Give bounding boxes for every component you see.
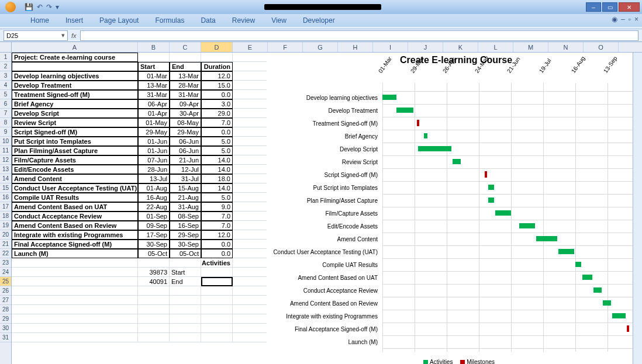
cell[interactable] xyxy=(233,305,268,314)
cell[interactable]: 12-Jul xyxy=(170,165,201,174)
cell[interactable]: 7.0 xyxy=(201,221,233,230)
tab-home[interactable]: Home xyxy=(22,14,57,27)
cell[interactable] xyxy=(138,258,170,268)
cell[interactable] xyxy=(201,53,233,62)
close-button[interactable]: ✕ xyxy=(619,2,640,12)
cell[interactable]: 01-Aug xyxy=(138,183,170,193)
cell[interactable]: 05-Oct xyxy=(138,249,170,258)
row-header-13[interactable]: 13 xyxy=(0,165,11,174)
row-header-21[interactable]: 21 xyxy=(0,240,11,249)
cell[interactable]: 12.0 xyxy=(201,71,233,81)
cell[interactable]: Amend Content xyxy=(12,174,138,183)
cell[interactable]: Put Script into Templates xyxy=(12,137,138,146)
formula-bar[interactable] xyxy=(80,30,638,41)
cell[interactable]: 14.0 xyxy=(201,155,233,165)
row-header-28[interactable]: 28 xyxy=(0,305,11,314)
cell[interactable]: 06-Jun xyxy=(170,137,201,146)
cell[interactable]: 31-Jul xyxy=(170,174,201,183)
row-header-18[interactable]: 18 xyxy=(0,212,11,221)
vertical-scrollbar[interactable] xyxy=(633,53,642,364)
cell[interactable] xyxy=(170,305,201,314)
row-header-2[interactable]: 2 xyxy=(0,62,11,71)
maximize-button[interactable]: ▭ xyxy=(602,2,617,12)
cell[interactable] xyxy=(233,165,268,174)
cell[interactable]: 29-May xyxy=(170,127,201,137)
cell[interactable]: 30-Apr xyxy=(170,109,201,118)
tab-insert[interactable]: Insert xyxy=(57,14,91,27)
cell[interactable] xyxy=(233,333,268,342)
cell[interactable] xyxy=(12,333,138,342)
cell[interactable] xyxy=(12,296,138,305)
row-header-19[interactable]: 19 xyxy=(0,221,11,230)
cell[interactable] xyxy=(138,296,170,305)
cell[interactable]: Brief Agency xyxy=(12,99,138,109)
cell[interactable]: 0.0 xyxy=(201,249,233,258)
cell[interactable] xyxy=(138,305,170,314)
col-header-K[interactable]: K xyxy=(443,42,478,52)
cell[interactable] xyxy=(233,71,268,81)
cell[interactable]: 9.0 xyxy=(201,202,233,212)
cell[interactable] xyxy=(233,127,268,137)
col-header-H[interactable]: H xyxy=(338,42,373,52)
cell[interactable] xyxy=(233,212,268,221)
cell[interactable] xyxy=(138,333,170,342)
cell[interactable]: Compile UAT Results xyxy=(12,193,138,202)
cell[interactable] xyxy=(170,286,201,296)
col-header-N[interactable]: N xyxy=(548,42,584,52)
row-header-23[interactable]: 23 xyxy=(0,258,11,268)
help-icon[interactable]: ◉ xyxy=(612,15,617,23)
cell[interactable] xyxy=(233,99,268,109)
cell[interactable] xyxy=(233,118,268,127)
tab-review[interactable]: Review xyxy=(224,14,263,27)
cell[interactable]: 3.0 xyxy=(201,99,233,109)
cell[interactable]: 16-Sep xyxy=(170,221,201,230)
cell[interactable]: 31-Aug xyxy=(170,202,201,212)
save-icon[interactable]: 💾 xyxy=(25,3,33,11)
cell[interactable] xyxy=(201,268,233,277)
col-header-M[interactable]: M xyxy=(513,42,548,52)
col-header-A[interactable]: A xyxy=(12,42,138,52)
cell[interactable]: End xyxy=(170,277,201,286)
tab-developer[interactable]: Developer xyxy=(295,14,343,27)
cell[interactable] xyxy=(233,81,268,90)
cell[interactable]: Develop learning objectives xyxy=(12,71,138,81)
cell[interactable] xyxy=(233,314,268,324)
cell[interactable] xyxy=(233,62,268,71)
cell[interactable]: End xyxy=(170,62,201,71)
cell[interactable] xyxy=(12,305,138,314)
cell[interactable] xyxy=(233,286,268,296)
cell[interactable]: 14.0 xyxy=(201,183,233,193)
row-header-29[interactable]: 29 xyxy=(0,314,11,324)
cell[interactable]: 17-Sep xyxy=(138,230,170,240)
select-all-corner[interactable] xyxy=(0,42,12,53)
cell[interactable]: 16-Aug xyxy=(138,193,170,202)
name-box[interactable]: D25 ▾ xyxy=(4,30,68,41)
cell[interactable] xyxy=(138,314,170,324)
cell[interactable] xyxy=(233,109,268,118)
cell[interactable]: 15-Aug xyxy=(170,183,201,193)
cell[interactable] xyxy=(201,286,233,296)
cell[interactable] xyxy=(233,230,268,240)
cell[interactable]: 5.0 xyxy=(201,193,233,202)
row-header-16[interactable]: 16 xyxy=(0,193,11,202)
office-button[interactable] xyxy=(0,0,21,14)
col-header-C[interactable]: C xyxy=(170,42,201,52)
cell[interactable] xyxy=(170,333,201,342)
undo-icon[interactable]: ↶ xyxy=(37,3,43,11)
cell[interactable] xyxy=(233,155,268,165)
cell[interactable]: 09-Sep xyxy=(138,221,170,230)
col-header-J[interactable]: J xyxy=(408,42,443,52)
minimize-button[interactable]: – xyxy=(586,2,601,12)
cell[interactable] xyxy=(201,324,233,333)
cell[interactable] xyxy=(233,146,268,155)
row-header-24[interactable]: 24 xyxy=(0,268,11,277)
row-header-30[interactable]: 30 xyxy=(0,324,11,333)
row-header-25[interactable]: 25 xyxy=(0,277,11,286)
row-header-1[interactable]: 1 xyxy=(0,53,11,62)
cell[interactable] xyxy=(201,296,233,305)
cell[interactable]: 06-Apr xyxy=(138,99,170,109)
cell[interactable]: 05-Oct xyxy=(170,249,201,258)
cell[interactable]: 0.0 xyxy=(201,240,233,249)
cell[interactable]: 13-Mar xyxy=(138,81,170,90)
cell[interactable] xyxy=(201,277,233,286)
